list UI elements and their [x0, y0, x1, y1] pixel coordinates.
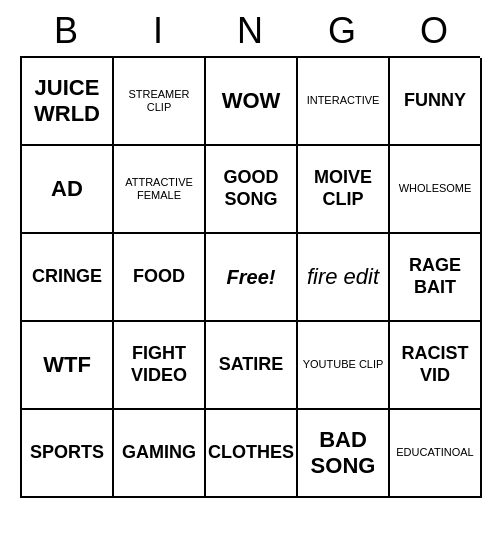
letter-b: B: [22, 10, 110, 52]
cell-19[interactable]: RACIST VID: [390, 322, 482, 410]
letter-g: G: [298, 10, 386, 52]
cell-13[interactable]: fire edit: [298, 234, 390, 322]
cell-4[interactable]: FUNNY: [390, 58, 482, 146]
cell-20[interactable]: SPORTS: [22, 410, 114, 498]
cell-1[interactable]: STREAMER CLIP: [114, 58, 206, 146]
letter-o: O: [390, 10, 478, 52]
cell-3[interactable]: INTERACTIVE: [298, 58, 390, 146]
cell-15[interactable]: WTF: [22, 322, 114, 410]
cell-7[interactable]: GOOD SONG: [206, 146, 298, 234]
cell-10[interactable]: CRINGE: [22, 234, 114, 322]
cell-17[interactable]: SATIRE: [206, 322, 298, 410]
cell-5[interactable]: AD: [22, 146, 114, 234]
cell-12-free[interactable]: Free!: [206, 234, 298, 322]
cell-2[interactable]: WOW: [206, 58, 298, 146]
cell-18[interactable]: YOUTUBE CLIP: [298, 322, 390, 410]
letter-i: I: [114, 10, 202, 52]
cell-22[interactable]: CLOTHES: [206, 410, 298, 498]
cell-16[interactable]: FIGHT VIDEO: [114, 322, 206, 410]
cell-9[interactable]: WHOLESOME: [390, 146, 482, 234]
bingo-header: B I N G O: [20, 10, 480, 52]
cell-0[interactable]: JUICE WRLD: [22, 58, 114, 146]
cell-24[interactable]: EDUCATINOAL: [390, 410, 482, 498]
cell-6[interactable]: ATTRACTIVE FEMALE: [114, 146, 206, 234]
cell-8[interactable]: MOIVE CLIP: [298, 146, 390, 234]
letter-n: N: [206, 10, 294, 52]
cell-14[interactable]: RAGE BAIT: [390, 234, 482, 322]
cell-11[interactable]: FOOD: [114, 234, 206, 322]
cell-23[interactable]: BAD SONG: [298, 410, 390, 498]
cell-21[interactable]: GAMING: [114, 410, 206, 498]
bingo-grid: JUICE WRLD STREAMER CLIP WOW INTERACTIVE…: [20, 56, 480, 498]
